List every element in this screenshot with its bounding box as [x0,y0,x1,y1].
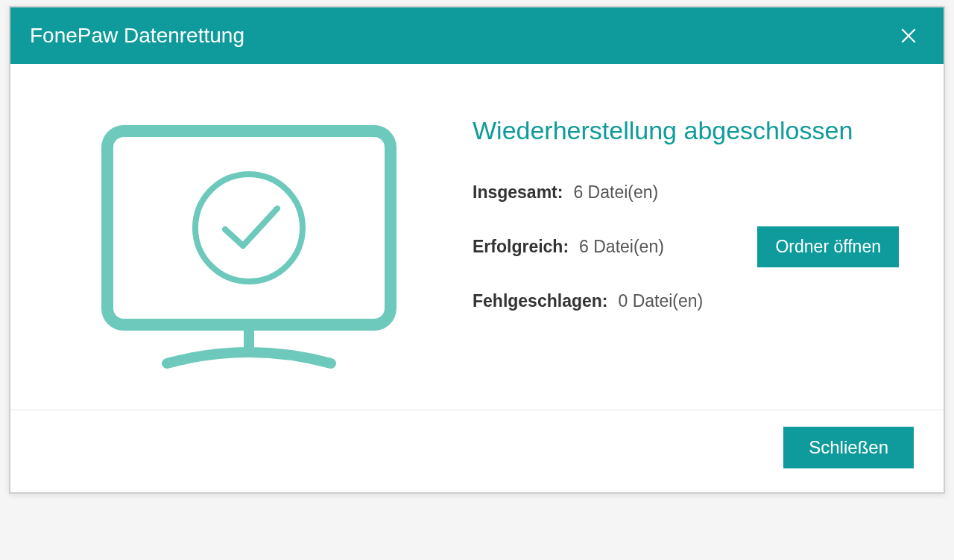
svg-rect-2 [107,131,391,325]
titlebar: FonePaw Datenrettung [10,7,944,64]
close-button[interactable]: Schließen [783,427,914,468]
open-folder-button[interactable]: Ordner öffnen [757,226,899,267]
svg-point-3 [195,174,303,281]
close-icon[interactable] [896,23,921,48]
stat-success-value: 6 Datei(en) [579,237,664,257]
monitor-checkmark-icon [92,124,405,380]
dialog-footer: Schließen [10,410,944,492]
stat-failed: Fehlgeschlagen: 0 Datei(en) [473,291,914,311]
app-title: FonePaw Datenrettung [30,24,244,48]
recovery-complete-dialog: FonePaw Datenrettung Wiederherstellung a… [9,6,945,494]
stat-success-label: Erfolgreich: [473,237,569,257]
stat-success: Erfolgreich: 6 Datei(en) Ordner öffnen [473,237,914,257]
stat-total: Insgesamt: 6 Datei(en) [473,182,914,203]
stat-failed-value: 0 Datei(en) [618,291,703,311]
result-heading: Wiederherstellung abgeschlossen [473,116,914,145]
illustration-column [40,109,458,380]
stat-total-label: Insgesamt: [473,182,563,203]
stat-failed-label: Fehlgeschlagen: [473,291,607,311]
stat-total-value: 6 Datei(en) [573,182,658,203]
dialog-content: Wiederherstellung abgeschlossen Insgesam… [10,64,944,410]
results-column: Wiederherstellung abgeschlossen Insgesam… [458,109,914,380]
